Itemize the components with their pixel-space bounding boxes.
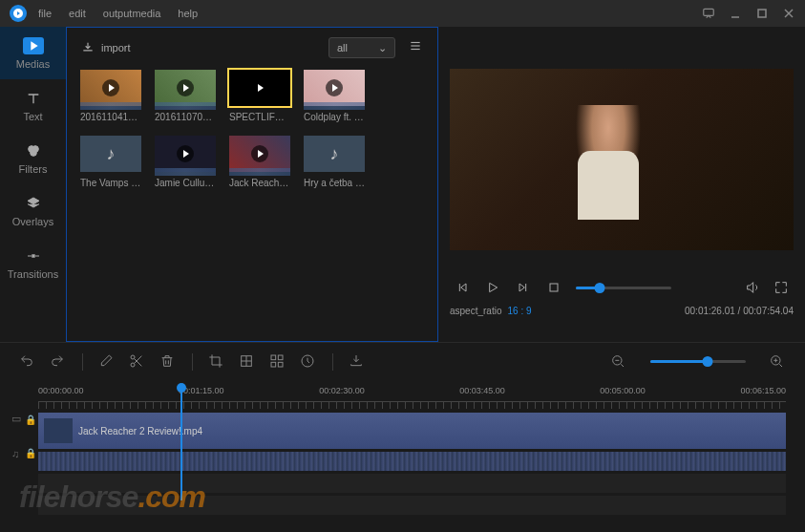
menu-edit[interactable]: edit (69, 8, 86, 19)
play-icon (251, 79, 268, 96)
sidebar-item-filters[interactable]: Filters (0, 132, 66, 184)
sidebar-label: Filters (19, 163, 48, 175)
zoom-slider[interactable] (650, 360, 746, 363)
svg-rect-20 (278, 362, 283, 367)
aspect-ratio-value[interactable]: 16 : 9 (507, 306, 531, 316)
lock-icon[interactable]: 🔒 (25, 415, 36, 425)
menu-help[interactable]: help (178, 8, 198, 19)
feedback-icon[interactable] (702, 7, 715, 20)
menu-file[interactable]: file (38, 8, 52, 19)
sidebar-item-medias[interactable]: Medias (0, 27, 66, 79)
zoom-out-button[interactable] (610, 353, 627, 371)
audio-track[interactable] (38, 452, 786, 471)
play-button[interactable] (484, 279, 501, 296)
svg-point-13 (131, 363, 135, 367)
zoom-in-button[interactable] (769, 353, 786, 371)
transitions-icon (23, 247, 44, 265)
empty-track[interactable] (38, 474, 786, 493)
empty-track[interactable] (38, 496, 786, 515)
audio-icon: ♪ (330, 144, 339, 164)
prev-frame-button[interactable] (454, 279, 471, 296)
svg-rect-19 (271, 362, 276, 367)
video-track-icon: ▭ (11, 413, 21, 425)
edit-button[interactable] (98, 353, 116, 371)
preview-video[interactable] (450, 69, 794, 250)
media-item[interactable]: ♪Hry a četba (... (304, 136, 365, 188)
stop-button[interactable] (545, 279, 562, 296)
close-button[interactable] (782, 7, 795, 20)
import-button[interactable]: import (80, 41, 131, 54)
svg-rect-18 (278, 355, 283, 360)
maximize-button[interactable] (755, 7, 769, 20)
export-button[interactable] (349, 353, 366, 371)
sidebar-item-overlays[interactable]: Overlays (0, 184, 66, 237)
lock-icon[interactable]: 🔒 (25, 448, 36, 458)
video-track[interactable]: Jack Reacher 2 Review!.mp4 (38, 413, 786, 449)
svg-rect-2 (758, 10, 766, 17)
svg-point-7 (30, 149, 36, 156)
redo-button[interactable] (50, 353, 67, 371)
minimize-button[interactable] (729, 7, 742, 20)
media-item[interactable]: SPECTLIFE m... (229, 70, 290, 122)
audio-track-icon: ♫ (11, 448, 21, 459)
svg-rect-0 (704, 9, 714, 15)
mosaic-button[interactable] (239, 353, 256, 371)
crop-button[interactable] (208, 353, 225, 371)
chevron-down-icon: ⌄ (378, 42, 387, 54)
list-view-icon[interactable] (407, 39, 424, 56)
grid-button[interactable] (269, 353, 286, 371)
duration-button[interactable] (300, 353, 317, 371)
sidebar-label: Overlays (12, 216, 53, 227)
play-icon (326, 79, 343, 96)
playhead[interactable] (180, 386, 182, 500)
play-icon (177, 79, 194, 96)
overlays-icon (23, 195, 44, 212)
sidebar-item-transitions[interactable]: Transitions (0, 237, 66, 289)
play-icon (251, 145, 268, 162)
menu-outputmedia[interactable]: outputmedia (103, 8, 161, 19)
media-item[interactable]: Jack Reacher... (229, 136, 290, 188)
svg-point-12 (131, 355, 135, 359)
timeline-ruler[interactable]: 00:00:00.00 00:01:15.00 00:02:30.00 00:0… (38, 386, 786, 395)
sidebar-label: Medias (16, 58, 50, 70)
sidebar-label: Text (23, 111, 42, 122)
media-item[interactable]: 20161107092... (155, 70, 216, 122)
undo-button[interactable] (19, 353, 36, 371)
volume-slider[interactable] (576, 287, 671, 289)
next-frame-button[interactable] (515, 279, 532, 296)
mute-button[interactable] (744, 279, 761, 296)
sidebar-item-text[interactable]: Text (0, 79, 66, 132)
media-item[interactable]: 20161104100... (80, 70, 141, 122)
filters-icon (23, 142, 44, 160)
play-icon (102, 79, 119, 96)
aspect-ratio-label: aspect_ratio (450, 306, 501, 316)
play-icon (177, 145, 194, 162)
media-item[interactable]: Coldplay ft. C... (304, 70, 365, 122)
svg-rect-17 (271, 355, 276, 360)
app-logo (10, 5, 27, 22)
time-display: 00:01:26.01 / 00:07:54.04 (685, 306, 794, 316)
sidebar-label: Transitions (8, 268, 58, 280)
media-item[interactable]: Jamie Cullum... (155, 136, 216, 188)
medias-icon (23, 37, 44, 54)
svg-rect-11 (550, 284, 558, 291)
split-button[interactable] (129, 353, 146, 371)
fullscreen-button[interactable] (773, 279, 790, 296)
media-item[interactable]: ♪The Vamps -... (80, 136, 141, 188)
timeline-clip[interactable]: Jack Reacher 2 Review!.mp4 (38, 413, 786, 449)
audio-icon: ♪ (107, 144, 116, 164)
delete-button[interactable] (159, 353, 177, 371)
text-icon (23, 90, 44, 107)
media-filter-select[interactable]: all ⌄ (328, 37, 395, 58)
